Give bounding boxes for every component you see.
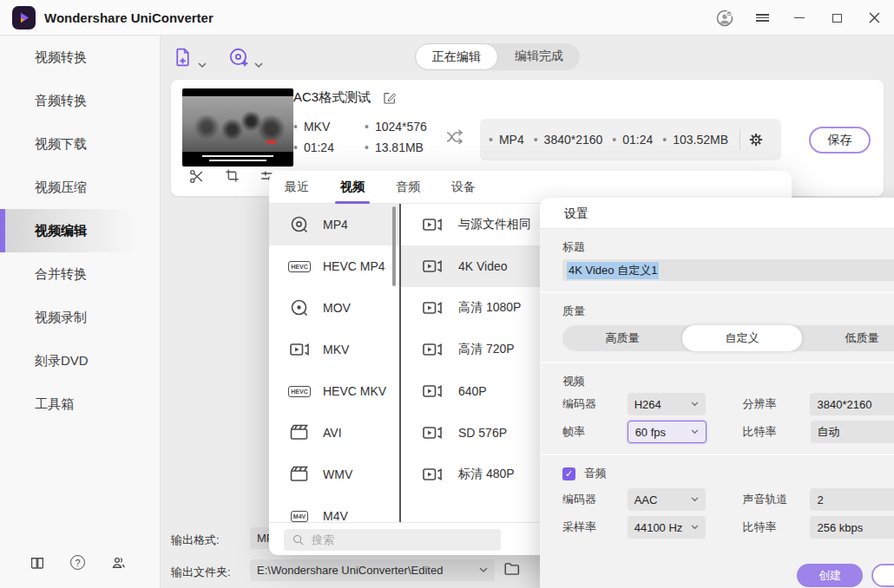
tab-editing[interactable]: 正在编辑 [415, 43, 498, 70]
confirm-button[interactable] [871, 564, 894, 587]
chevron-down-icon [691, 525, 699, 530]
resolution-select[interactable]: 3840*2160 [810, 393, 894, 415]
chevron-down-icon [254, 62, 263, 69]
sidebar-item-video-download[interactable]: 视频下载 [0, 122, 160, 166]
sidebar: 视频转换 音频转换 视频下载 视频压缩 视频编辑 合并转换 视频录制 刻录DVD… [0, 36, 161, 588]
account-avatar-icon[interactable] [715, 9, 734, 28]
source-duration: 01:24 [293, 140, 365, 154]
sidebar-item-audio-convert[interactable]: 音频转换 [0, 79, 160, 122]
video-camera-icon [421, 423, 444, 442]
video-bitrate-select[interactable]: 自动 [811, 421, 894, 443]
hevc-badge-icon: HEVC [288, 386, 311, 397]
output-format-label: 输出格式: [171, 532, 220, 548]
quality-segmented-control: 高质量 自定义 低质量 [562, 325, 894, 351]
video-camera-icon [421, 298, 444, 317]
quality-label: 质量 [562, 304, 894, 317]
sidebar-item-screen-record[interactable]: 视频录制 [0, 296, 160, 339]
help-icon[interactable] [70, 555, 85, 571]
chevron-down-icon [198, 62, 207, 69]
add-from-device-button[interactable] [227, 46, 263, 69]
format-item-avi[interactable]: AVI [269, 412, 399, 454]
output-duration: 01:24 [612, 133, 653, 147]
trim-scissors-icon[interactable] [188, 168, 205, 185]
title-input-selected-text: 4K Video 自定义1 [567, 262, 659, 279]
sidebar-item-video-compress[interactable]: 视频压缩 [0, 166, 160, 209]
menu-icon[interactable] [753, 9, 772, 28]
chevron-down-icon [479, 567, 488, 573]
video-camera-icon [421, 257, 444, 276]
format-item-wmv[interactable]: WMV [269, 454, 399, 495]
sidebar-item-video-convert[interactable]: 视频转换 [0, 36, 160, 79]
format-item-m4v[interactable]: M4V M4V [269, 495, 399, 522]
tab-edit-finished[interactable]: 编辑完成 [498, 43, 580, 70]
samplerate-label: 采样率 [562, 519, 628, 535]
rename-edit-icon[interactable] [383, 91, 397, 105]
sidebar-item-burn-dvd[interactable]: 刻录DVD [0, 339, 160, 382]
format-item-mov[interactable]: MOV [269, 287, 399, 329]
community-icon[interactable] [110, 555, 127, 571]
close-button[interactable] [864, 9, 884, 28]
samplerate-select[interactable]: 44100 Hz [628, 516, 707, 539]
output-folder-select[interactable]: E:\Wondershare UniConverter\Edited [250, 559, 495, 581]
search-input[interactable] [312, 533, 468, 546]
format-item-mp4[interactable]: MP4 [269, 204, 399, 245]
m4v-badge-icon: M4V [288, 511, 311, 522]
sidebar-item-toolbox[interactable]: 工具箱 [0, 382, 160, 426]
video-camera-icon [288, 340, 311, 359]
browse-folder-icon[interactable] [503, 561, 521, 577]
minimize-button[interactable] [790, 9, 809, 28]
audio-encoder-label: 编码器 [562, 492, 628, 507]
save-button[interactable]: 保存 [809, 127, 871, 154]
settings-title: 设置 [540, 198, 894, 229]
audio-encoder-select[interactable]: AAC [628, 488, 707, 511]
format-search[interactable] [284, 529, 501, 551]
add-files-button[interactable] [172, 46, 207, 69]
format-item-hevc-mp4[interactable]: HEVC HEVC MP4 [269, 245, 399, 287]
audio-checkbox[interactable] [562, 467, 575, 480]
quality-option-low[interactable]: 低质量 [802, 325, 894, 351]
video-camera-icon [421, 465, 444, 484]
output-info-bar: MP4 3840*2160 01:24 103.52MB [480, 119, 781, 160]
channels-label: 声音轨道 [742, 492, 810, 507]
audio-section-label: 音频 [584, 466, 607, 481]
framerate-label: 帧率 [562, 424, 628, 440]
create-button[interactable]: 创建 [797, 564, 863, 587]
maximize-button[interactable] [827, 9, 846, 28]
video-encoder-select[interactable]: H264 [628, 393, 707, 415]
output-folder-label: 输出文件夹: [171, 565, 231, 580]
title-field-label: 标题 [562, 239, 894, 253]
title-input[interactable]: 4K Video 自定义1 [562, 259, 894, 281]
source-format: MKV [293, 120, 365, 134]
quality-option-high[interactable]: 高质量 [562, 325, 682, 351]
video-section-label: 视频 [562, 374, 894, 388]
crop-icon[interactable] [225, 168, 240, 185]
video-thumbnail[interactable] [182, 88, 293, 167]
audio-bitrate-select[interactable]: 256 kbps [810, 516, 894, 539]
tab-audio[interactable]: 音频 [396, 180, 420, 195]
edit-state-tabs: 正在编辑 编辑完成 [415, 43, 580, 70]
tab-recent[interactable]: 最近 [285, 180, 309, 195]
hevc-badge-icon: HEVC [288, 261, 311, 272]
chevron-down-icon [691, 497, 699, 502]
app-logo-icon [12, 6, 36, 29]
output-format: MP4 [489, 133, 524, 147]
guide-book-icon[interactable] [30, 555, 45, 571]
format-list-scrollbar[interactable] [392, 206, 396, 286]
format-list: MP4 HEVC HEVC MP4 MOV MKV HEVC HEVC MKV … [269, 204, 401, 522]
quality-option-custom[interactable]: 自定义 [682, 325, 802, 351]
sidebar-item-video-edit[interactable]: 视频编辑 [0, 209, 160, 252]
tab-device[interactable]: 设备 [451, 180, 476, 195]
channels-select[interactable]: 2 [810, 488, 894, 511]
framerate-select[interactable]: 60 fps [628, 421, 707, 443]
settings-panel: 设置 标题 4K Video 自定义1 质量 高质量 自定义 低质量 视频 编码… [540, 198, 894, 588]
sidebar-item-merge-convert[interactable]: 合并转换 [0, 252, 160, 296]
chevron-down-icon [691, 402, 699, 407]
format-item-hevc-mkv[interactable]: HEVC HEVC MKV [269, 370, 399, 412]
output-settings-gear-icon[interactable] [748, 132, 764, 147]
resolution-label: 分辨率 [742, 396, 810, 412]
video-section: 视频 编码器 H264 分辨率 3840*2160 帧率 60 fps 比特率 … [540, 363, 894, 455]
tab-video[interactable]: 视频 [340, 180, 365, 195]
format-item-mkv[interactable]: MKV [269, 329, 399, 370]
video-encoder-label: 编码器 [562, 396, 628, 412]
disc-dot-icon [288, 297, 311, 318]
